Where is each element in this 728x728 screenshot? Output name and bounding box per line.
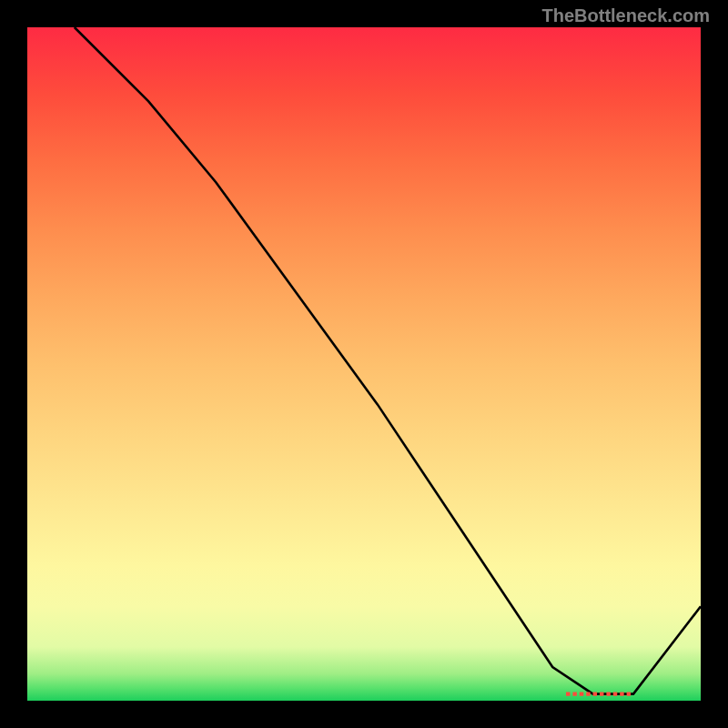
chart-plot-area <box>27 27 701 701</box>
chart-line-svg <box>27 27 701 701</box>
bottleneck-curve <box>75 27 701 694</box>
watermark-text: TheBottleneck.com <box>542 5 710 26</box>
